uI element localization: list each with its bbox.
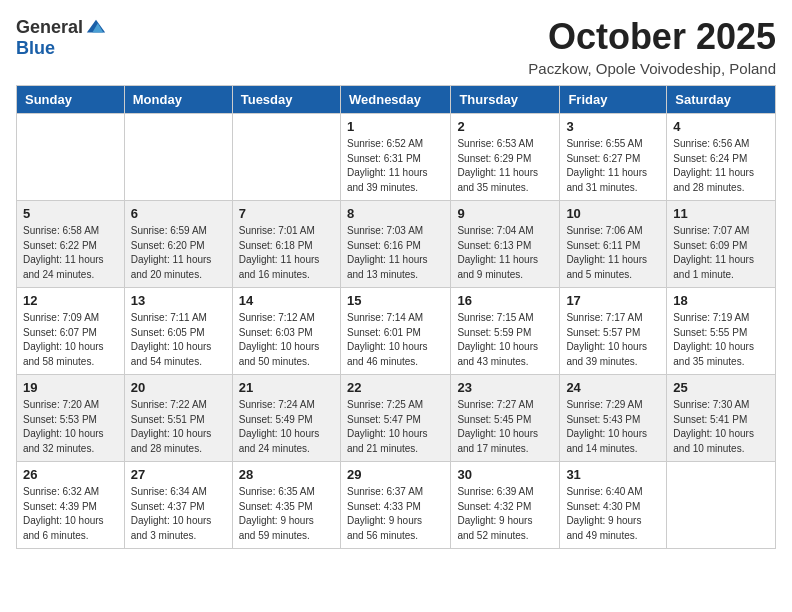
calendar-cell	[667, 462, 776, 549]
day-number: 8	[347, 206, 444, 221]
day-number: 24	[566, 380, 660, 395]
month-title: October 2025	[528, 16, 776, 58]
day-number: 30	[457, 467, 553, 482]
calendar-cell: 30Sunrise: 6:39 AM Sunset: 4:32 PM Dayli…	[451, 462, 560, 549]
calendar-cell: 3Sunrise: 6:55 AM Sunset: 6:27 PM Daylig…	[560, 114, 667, 201]
day-number: 2	[457, 119, 553, 134]
day-number: 20	[131, 380, 226, 395]
page-header: General Blue October 2025 Paczkow, Opole…	[16, 16, 776, 77]
week-row-5: 26Sunrise: 6:32 AM Sunset: 4:39 PM Dayli…	[17, 462, 776, 549]
day-number: 10	[566, 206, 660, 221]
day-info: Sunrise: 6:58 AM Sunset: 6:22 PM Dayligh…	[23, 224, 118, 282]
logo-icon	[85, 16, 107, 38]
calendar-cell: 27Sunrise: 6:34 AM Sunset: 4:37 PM Dayli…	[124, 462, 232, 549]
day-info: Sunrise: 7:06 AM Sunset: 6:11 PM Dayligh…	[566, 224, 660, 282]
day-info: Sunrise: 7:22 AM Sunset: 5:51 PM Dayligh…	[131, 398, 226, 456]
day-number: 17	[566, 293, 660, 308]
calendar-cell: 4Sunrise: 6:56 AM Sunset: 6:24 PM Daylig…	[667, 114, 776, 201]
day-number: 22	[347, 380, 444, 395]
title-section: October 2025 Paczkow, Opole Voivodeship,…	[528, 16, 776, 77]
calendar-cell	[232, 114, 340, 201]
calendar-cell: 20Sunrise: 7:22 AM Sunset: 5:51 PM Dayli…	[124, 375, 232, 462]
calendar-cell: 25Sunrise: 7:30 AM Sunset: 5:41 PM Dayli…	[667, 375, 776, 462]
day-number: 14	[239, 293, 334, 308]
day-info: Sunrise: 6:34 AM Sunset: 4:37 PM Dayligh…	[131, 485, 226, 543]
day-info: Sunrise: 7:15 AM Sunset: 5:59 PM Dayligh…	[457, 311, 553, 369]
day-info: Sunrise: 7:07 AM Sunset: 6:09 PM Dayligh…	[673, 224, 769, 282]
weekday-header-friday: Friday	[560, 86, 667, 114]
calendar-cell: 18Sunrise: 7:19 AM Sunset: 5:55 PM Dayli…	[667, 288, 776, 375]
weekday-header-tuesday: Tuesday	[232, 86, 340, 114]
calendar-cell: 11Sunrise: 7:07 AM Sunset: 6:09 PM Dayli…	[667, 201, 776, 288]
weekday-header-saturday: Saturday	[667, 86, 776, 114]
day-info: Sunrise: 6:56 AM Sunset: 6:24 PM Dayligh…	[673, 137, 769, 195]
day-info: Sunrise: 6:35 AM Sunset: 4:35 PM Dayligh…	[239, 485, 334, 543]
calendar-cell: 10Sunrise: 7:06 AM Sunset: 6:11 PM Dayli…	[560, 201, 667, 288]
day-info: Sunrise: 7:04 AM Sunset: 6:13 PM Dayligh…	[457, 224, 553, 282]
day-number: 27	[131, 467, 226, 482]
day-info: Sunrise: 7:01 AM Sunset: 6:18 PM Dayligh…	[239, 224, 334, 282]
week-row-3: 12Sunrise: 7:09 AM Sunset: 6:07 PM Dayli…	[17, 288, 776, 375]
day-info: Sunrise: 6:40 AM Sunset: 4:30 PM Dayligh…	[566, 485, 660, 543]
week-row-4: 19Sunrise: 7:20 AM Sunset: 5:53 PM Dayli…	[17, 375, 776, 462]
calendar-cell	[124, 114, 232, 201]
day-number: 5	[23, 206, 118, 221]
weekday-header-thursday: Thursday	[451, 86, 560, 114]
day-info: Sunrise: 7:20 AM Sunset: 5:53 PM Dayligh…	[23, 398, 118, 456]
calendar-cell: 8Sunrise: 7:03 AM Sunset: 6:16 PM Daylig…	[340, 201, 450, 288]
calendar-cell: 5Sunrise: 6:58 AM Sunset: 6:22 PM Daylig…	[17, 201, 125, 288]
day-number: 19	[23, 380, 118, 395]
day-info: Sunrise: 7:12 AM Sunset: 6:03 PM Dayligh…	[239, 311, 334, 369]
week-row-2: 5Sunrise: 6:58 AM Sunset: 6:22 PM Daylig…	[17, 201, 776, 288]
calendar-cell: 12Sunrise: 7:09 AM Sunset: 6:07 PM Dayli…	[17, 288, 125, 375]
day-number: 6	[131, 206, 226, 221]
day-info: Sunrise: 7:09 AM Sunset: 6:07 PM Dayligh…	[23, 311, 118, 369]
calendar-cell: 7Sunrise: 7:01 AM Sunset: 6:18 PM Daylig…	[232, 201, 340, 288]
calendar-cell: 16Sunrise: 7:15 AM Sunset: 5:59 PM Dayli…	[451, 288, 560, 375]
weekday-header-sunday: Sunday	[17, 86, 125, 114]
day-number: 28	[239, 467, 334, 482]
day-info: Sunrise: 7:24 AM Sunset: 5:49 PM Dayligh…	[239, 398, 334, 456]
week-row-1: 1Sunrise: 6:52 AM Sunset: 6:31 PM Daylig…	[17, 114, 776, 201]
calendar: SundayMondayTuesdayWednesdayThursdayFrid…	[16, 85, 776, 549]
day-info: Sunrise: 7:03 AM Sunset: 6:16 PM Dayligh…	[347, 224, 444, 282]
day-number: 25	[673, 380, 769, 395]
day-number: 16	[457, 293, 553, 308]
day-number: 12	[23, 293, 118, 308]
calendar-cell: 22Sunrise: 7:25 AM Sunset: 5:47 PM Dayli…	[340, 375, 450, 462]
day-number: 7	[239, 206, 334, 221]
calendar-cell: 28Sunrise: 6:35 AM Sunset: 4:35 PM Dayli…	[232, 462, 340, 549]
day-info: Sunrise: 7:29 AM Sunset: 5:43 PM Dayligh…	[566, 398, 660, 456]
day-number: 26	[23, 467, 118, 482]
day-number: 18	[673, 293, 769, 308]
calendar-cell: 9Sunrise: 7:04 AM Sunset: 6:13 PM Daylig…	[451, 201, 560, 288]
day-info: Sunrise: 6:39 AM Sunset: 4:32 PM Dayligh…	[457, 485, 553, 543]
calendar-cell: 21Sunrise: 7:24 AM Sunset: 5:49 PM Dayli…	[232, 375, 340, 462]
day-info: Sunrise: 6:32 AM Sunset: 4:39 PM Dayligh…	[23, 485, 118, 543]
calendar-cell: 31Sunrise: 6:40 AM Sunset: 4:30 PM Dayli…	[560, 462, 667, 549]
day-number: 13	[131, 293, 226, 308]
weekday-header-wednesday: Wednesday	[340, 86, 450, 114]
day-number: 1	[347, 119, 444, 134]
calendar-cell: 1Sunrise: 6:52 AM Sunset: 6:31 PM Daylig…	[340, 114, 450, 201]
day-number: 21	[239, 380, 334, 395]
logo: General Blue	[16, 16, 107, 59]
weekday-header-row: SundayMondayTuesdayWednesdayThursdayFrid…	[17, 86, 776, 114]
weekday-header-monday: Monday	[124, 86, 232, 114]
calendar-cell: 15Sunrise: 7:14 AM Sunset: 6:01 PM Dayli…	[340, 288, 450, 375]
day-number: 23	[457, 380, 553, 395]
day-info: Sunrise: 7:27 AM Sunset: 5:45 PM Dayligh…	[457, 398, 553, 456]
calendar-cell	[17, 114, 125, 201]
location: Paczkow, Opole Voivodeship, Poland	[528, 60, 776, 77]
calendar-cell: 29Sunrise: 6:37 AM Sunset: 4:33 PM Dayli…	[340, 462, 450, 549]
calendar-cell: 17Sunrise: 7:17 AM Sunset: 5:57 PM Dayli…	[560, 288, 667, 375]
day-info: Sunrise: 6:52 AM Sunset: 6:31 PM Dayligh…	[347, 137, 444, 195]
logo-general: General	[16, 17, 83, 38]
day-info: Sunrise: 6:53 AM Sunset: 6:29 PM Dayligh…	[457, 137, 553, 195]
calendar-cell: 6Sunrise: 6:59 AM Sunset: 6:20 PM Daylig…	[124, 201, 232, 288]
calendar-cell: 2Sunrise: 6:53 AM Sunset: 6:29 PM Daylig…	[451, 114, 560, 201]
calendar-cell: 13Sunrise: 7:11 AM Sunset: 6:05 PM Dayli…	[124, 288, 232, 375]
calendar-cell: 19Sunrise: 7:20 AM Sunset: 5:53 PM Dayli…	[17, 375, 125, 462]
day-number: 9	[457, 206, 553, 221]
logo-blue: Blue	[16, 38, 55, 59]
